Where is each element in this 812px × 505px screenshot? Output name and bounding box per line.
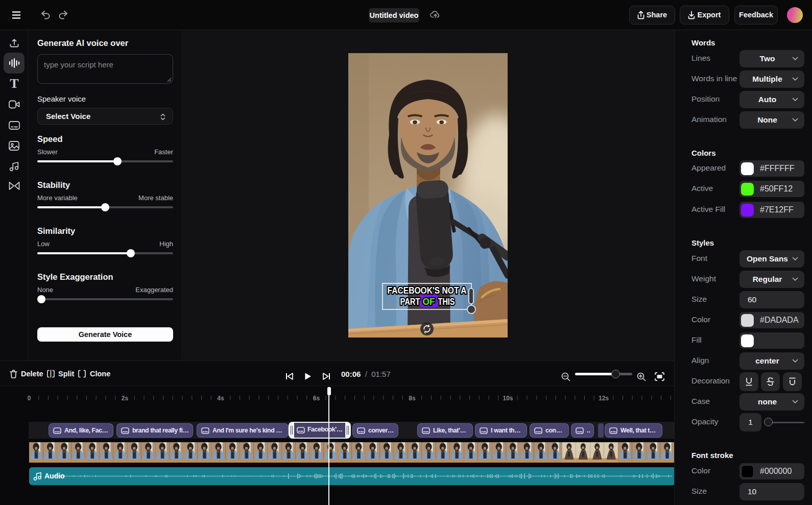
svg-text:12s: 12s: [599, 395, 609, 402]
svg-text:10s: 10s: [503, 395, 513, 402]
svg-text:PART: PART: [400, 297, 420, 307]
svg-text:FACEBOOK'S NOT A: FACEBOOK'S NOT A: [388, 285, 467, 296]
svg-text:4s: 4s: [217, 395, 224, 402]
svg-text:2s: 2s: [122, 395, 129, 402]
svg-text:THIS: THIS: [438, 297, 455, 307]
svg-text:0: 0: [28, 395, 31, 402]
svg-text:8s: 8s: [409, 395, 416, 402]
svg-text:6s: 6s: [313, 395, 320, 402]
svg-text:OF: OF: [423, 297, 435, 307]
